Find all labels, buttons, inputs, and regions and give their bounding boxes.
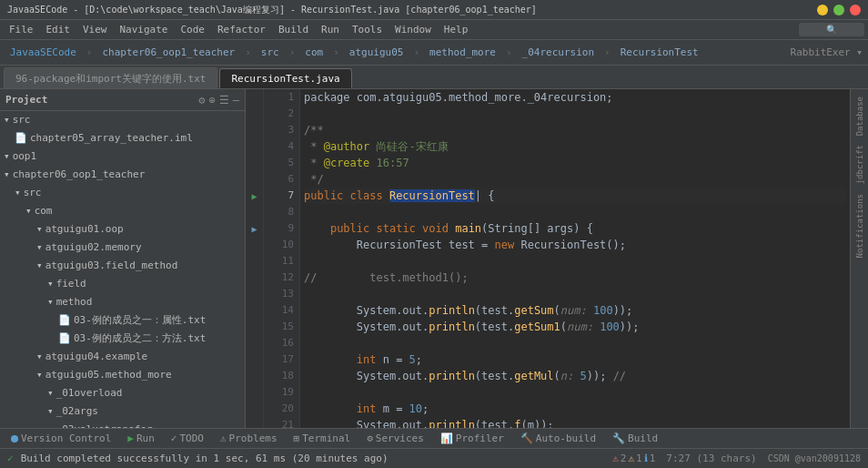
code-area[interactable]: package com.atguigu05.method_more._04rec… bbox=[300, 89, 850, 428]
error-indicator: ⚠ 2 ⚠ 1 ℹ 1 bbox=[612, 453, 655, 464]
bottom-tab-terminal[interactable]: ⊞ Terminal bbox=[287, 431, 358, 446]
toolbar-sep2: › bbox=[245, 46, 251, 58]
tree-atguigu03[interactable]: ▾ atguigu03.field_method bbox=[0, 257, 245, 275]
toolbar-crumb-method[interactable]: method_more bbox=[425, 45, 500, 60]
gutter-5 bbox=[246, 155, 263, 171]
bottom-tab-profiler[interactable]: 📊 Profiler bbox=[433, 431, 511, 446]
right-panel-jdbc[interactable]: jdbcrift bbox=[853, 141, 866, 188]
menu-file[interactable]: File bbox=[4, 22, 39, 37]
code-line-8 bbox=[304, 204, 846, 220]
bottom-tab-version-control[interactable]: Version Control bbox=[4, 431, 118, 446]
toolbar-sep5: › bbox=[413, 46, 419, 58]
close-button[interactable] bbox=[850, 5, 861, 15]
gutter-18 bbox=[246, 368, 263, 384]
info-count: 1 bbox=[650, 453, 656, 464]
gutter-run-7[interactable]: ▶ bbox=[246, 188, 263, 204]
todo-icon: ✓ bbox=[171, 432, 177, 444]
toolbar-crumb-chapter[interactable]: chapter06_oop1_teacher bbox=[97, 45, 239, 60]
tree-txt2[interactable]: 📄 03-例的成员之二：方法.txt bbox=[0, 330, 245, 348]
line-num-21: 21 bbox=[264, 417, 294, 428]
gutter-13 bbox=[246, 286, 263, 302]
tree-atguigu02[interactable]: ▾ atguigu02.memory bbox=[0, 239, 245, 257]
status-left: ✓ Build completed successfully in 1 sec,… bbox=[7, 453, 389, 464]
line-num-6: 6 bbox=[264, 171, 294, 188]
menu-run[interactable]: Run bbox=[316, 22, 345, 37]
code-line-7: public class RecursionTest| { bbox=[304, 188, 846, 204]
editor-area: ▶ ▶ 1 2 3 4 5 6 7 8 9 bbox=[246, 89, 868, 428]
bottom-tab-run[interactable]: ▶ Run bbox=[120, 431, 162, 446]
right-panel-notifications[interactable]: Notifications bbox=[853, 190, 866, 261]
menu-view[interactable]: View bbox=[77, 22, 113, 37]
code-line-13 bbox=[304, 286, 846, 302]
line-num-12: 12 bbox=[264, 270, 294, 286]
tab-recursion-java[interactable]: RecursionTest.java bbox=[219, 68, 351, 88]
sidebar-tree: ▾ src 📄 chapter05_array_teacher.iml ▾ oo… bbox=[0, 111, 245, 428]
toolbar-rabbit[interactable]: RabbitExer ▾ bbox=[791, 46, 863, 58]
sidebar-icon-expand[interactable]: ⊕ bbox=[209, 94, 216, 107]
tree-03value[interactable]: ▾ _03valuetransfer bbox=[0, 421, 245, 428]
code-line-21: System.out.println(test.f(m)); bbox=[304, 417, 846, 428]
minimize-button[interactable] bbox=[817, 5, 828, 15]
tree-01overload[interactable]: ▾ _01overload bbox=[0, 384, 245, 402]
line-num-18: 18 bbox=[264, 368, 294, 384]
menu-tools[interactable]: Tools bbox=[347, 22, 388, 37]
tab-package-txt[interactable]: 96-package和import关键字的使用.txt bbox=[4, 67, 217, 88]
tree-chapter06[interactable]: ▾ chapter06_oop1_teacher bbox=[0, 166, 245, 184]
bottom-tab-auto-build[interactable]: 🔨 Auto-build bbox=[513, 431, 603, 446]
tree-txt1[interactable]: 📄 03-例的成员之一：属性.txt bbox=[0, 311, 245, 330]
left-gutter: ▶ ▶ bbox=[246, 89, 264, 428]
bottom-tab-services[interactable]: ⚙ Services bbox=[359, 431, 431, 446]
title-bar: JavaaSECode - [D:\code\workspace_teach\J… bbox=[0, 0, 868, 20]
gutter-17 bbox=[246, 351, 263, 368]
tree-src[interactable]: ▾ src bbox=[0, 111, 245, 129]
gutter-arrow-9[interactable]: ▶ bbox=[246, 220, 263, 237]
tree-src2[interactable]: ▾ src bbox=[0, 184, 245, 202]
warning-count: 1 bbox=[636, 453, 642, 464]
tree-method[interactable]: ▾ method bbox=[0, 293, 245, 311]
menu-code[interactable]: Code bbox=[175, 22, 210, 37]
tree-chapter05[interactable]: 📄 chapter05_array_teacher.iml bbox=[0, 129, 245, 148]
bottom-tab-todo[interactable]: ✓ TODO bbox=[164, 431, 211, 446]
bottom-toolbar: Version Control ▶ Run ✓ TODO ⚠ Problems … bbox=[0, 428, 868, 448]
menu-window[interactable]: Window bbox=[389, 22, 437, 37]
tree-field[interactable]: ▾ field bbox=[0, 275, 245, 293]
code-line-9: public static void main(String[] args) { bbox=[304, 220, 846, 237]
menu-navigate[interactable]: Navigate bbox=[115, 22, 174, 37]
right-panel: Database jdbcrift Notifications bbox=[850, 89, 868, 428]
gutter-20 bbox=[246, 401, 263, 417]
info-icon: ℹ bbox=[644, 453, 648, 464]
code-line-4: * @author 尚硅谷-宋红康 bbox=[304, 138, 846, 155]
menu-edit[interactable]: Edit bbox=[41, 22, 76, 37]
code-line-5: * @create 16:57 bbox=[304, 155, 846, 171]
gutter-3 bbox=[246, 122, 263, 138]
status-message: Build completed successfully in 1 sec, 6… bbox=[21, 453, 389, 464]
search-bar[interactable]: 🔍 bbox=[799, 23, 864, 36]
tree-02args[interactable]: ▾ _02args bbox=[0, 402, 245, 421]
toolbar-crumb-04rec[interactable]: _04recursion bbox=[518, 45, 599, 60]
toolbar-crumb-atguigu[interactable]: atguigu05 bbox=[345, 45, 409, 60]
menu-build[interactable]: Build bbox=[273, 22, 314, 37]
tree-atguigu01[interactable]: ▾ atguigu01.oop bbox=[0, 220, 245, 239]
maximize-button[interactable] bbox=[833, 5, 844, 15]
code-line-12: // test.method1(); bbox=[304, 270, 846, 286]
toolbar-crumb-src[interactable]: src bbox=[257, 45, 284, 60]
line-num-2: 2 bbox=[264, 106, 294, 122]
menu-help[interactable]: Help bbox=[439, 22, 474, 37]
tree-atguigu05[interactable]: ▾ atguigu05.method_more bbox=[0, 366, 245, 384]
tree-folder-icon9: ▾ bbox=[47, 294, 54, 310]
toolbar-crumb-com[interactable]: com bbox=[300, 45, 328, 60]
right-panel-database[interactable]: Database bbox=[853, 93, 866, 139]
menu-refactor[interactable]: Refactor bbox=[212, 22, 271, 37]
tree-atguigu04[interactable]: ▾ atguigu04.example bbox=[0, 348, 245, 366]
sidebar-icon-settings[interactable]: ⚙ bbox=[198, 94, 205, 107]
toolbar-crumb-recursion[interactable]: RecursionTest bbox=[616, 45, 703, 60]
bottom-tab-problems[interactable]: ⚠ Problems bbox=[213, 431, 285, 446]
sidebar-icon-close[interactable]: — bbox=[233, 94, 239, 107]
sidebar-icon-gear[interactable]: ☰ bbox=[219, 94, 229, 107]
tree-com[interactable]: ▾ com bbox=[0, 202, 245, 220]
tree-oop1[interactable]: ▾ oop1 bbox=[0, 148, 245, 166]
code-line-18: System.out.println(test.getMul(n: 5)); /… bbox=[304, 368, 846, 384]
toolbar-sep6: › bbox=[506, 46, 512, 58]
bottom-tab-build[interactable]: 🔧 Build bbox=[605, 431, 665, 446]
line-num-10: 10 bbox=[264, 237, 294, 253]
